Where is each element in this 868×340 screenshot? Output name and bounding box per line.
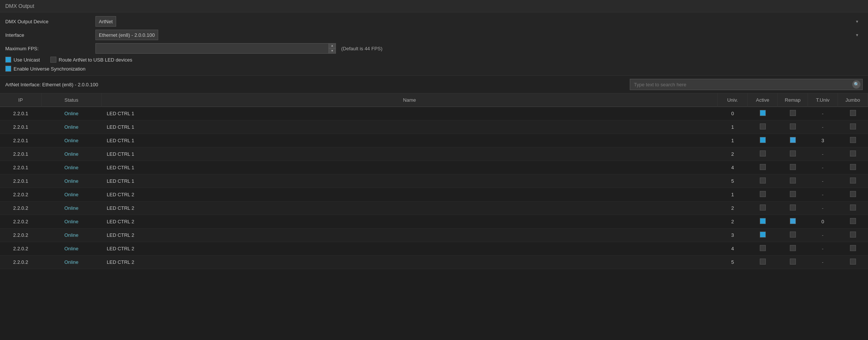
cell-jumbo[interactable] (838, 107, 868, 120)
cell-active[interactable] (748, 202, 778, 215)
jumbo-checkbox[interactable] (850, 110, 856, 116)
active-checkbox[interactable] (760, 110, 766, 116)
jumbo-checkbox[interactable] (850, 259, 856, 265)
remap-checkbox[interactable] (790, 150, 796, 156)
cell-active[interactable] (748, 215, 778, 229)
cell-remap[interactable] (778, 202, 808, 215)
cell-remap[interactable] (778, 175, 808, 188)
cell-jumbo[interactable] (838, 147, 868, 161)
cell-remap[interactable] (778, 120, 808, 134)
jumbo-checkbox[interactable] (850, 137, 856, 143)
remap-checkbox[interactable] (790, 137, 796, 143)
cell-jumbo[interactable] (838, 188, 868, 202)
cell-univ: 4 (718, 161, 748, 175)
cell-jumbo[interactable] (838, 120, 868, 134)
jumbo-checkbox[interactable] (850, 218, 856, 224)
cell-jumbo[interactable] (838, 215, 868, 229)
device-select[interactable]: ArtNet (95, 16, 116, 27)
remap-checkbox[interactable] (790, 191, 796, 197)
active-checkbox[interactable] (760, 150, 766, 156)
jumbo-checkbox[interactable] (850, 178, 856, 184)
table-row: 2.2.0.2OnlineLED CTRL 22- (0, 202, 868, 215)
cell-active[interactable] (748, 134, 778, 147)
active-checkbox[interactable] (760, 205, 766, 211)
cell-jumbo[interactable] (838, 256, 868, 269)
cell-jumbo[interactable] (838, 161, 868, 175)
active-checkbox[interactable] (760, 191, 766, 197)
cell-jumbo[interactable] (838, 175, 868, 188)
remap-checkbox[interactable] (790, 232, 796, 238)
cell-remap[interactable] (778, 242, 808, 256)
cell-active[interactable] (748, 147, 778, 161)
route-artnet-item[interactable]: Route ArtNet to USB LED devices (50, 57, 132, 63)
active-checkbox[interactable] (760, 245, 766, 251)
cell-remap[interactable] (778, 134, 808, 147)
cell-remap[interactable] (778, 215, 808, 229)
cell-active[interactable] (748, 107, 778, 120)
fps-down-arrow[interactable]: ▼ (328, 48, 336, 54)
search-input[interactable] (630, 79, 863, 90)
cell-univ: 3 (718, 229, 748, 242)
cell-active[interactable] (748, 120, 778, 134)
active-checkbox[interactable] (760, 137, 766, 143)
remap-checkbox[interactable] (790, 259, 796, 265)
cell-ip: 2.2.0.1 (0, 175, 41, 188)
jumbo-checkbox[interactable] (850, 164, 856, 170)
remap-checkbox[interactable] (790, 205, 796, 211)
active-checkbox[interactable] (760, 178, 766, 184)
cell-univ: 2 (718, 147, 748, 161)
active-checkbox[interactable] (760, 232, 766, 238)
cell-univ: 5 (718, 256, 748, 269)
remap-checkbox[interactable] (790, 110, 796, 116)
cell-remap[interactable] (778, 147, 808, 161)
table-container: IP Status Name Univ. Active Remap T.Univ… (0, 93, 868, 269)
fps-up-arrow[interactable]: ▲ (328, 43, 336, 48)
active-checkbox[interactable] (760, 259, 766, 265)
cell-active[interactable] (748, 175, 778, 188)
cell-remap[interactable] (778, 256, 808, 269)
jumbo-checkbox[interactable] (850, 205, 856, 211)
remap-checkbox[interactable] (790, 245, 796, 251)
interface-select[interactable]: Ethernet (en8) - 2.0.0.100 (95, 30, 158, 40)
remap-checkbox[interactable] (790, 178, 796, 184)
cell-active[interactable] (748, 242, 778, 256)
cell-jumbo[interactable] (838, 202, 868, 215)
search-button[interactable]: 🔍 (852, 80, 860, 89)
jumbo-checkbox[interactable] (850, 150, 856, 156)
fps-row: Maximum FPS: 44 ▲ ▼ (Default is 44 FPS) (5, 43, 863, 54)
table-row: 2.2.0.1OnlineLED CTRL 12- (0, 147, 868, 161)
cell-remap[interactable] (778, 188, 808, 202)
cell-univ: 2 (718, 202, 748, 215)
cell-active[interactable] (748, 161, 778, 175)
cell-active[interactable] (748, 188, 778, 202)
cell-remap[interactable] (778, 229, 808, 242)
cell-jumbo[interactable] (838, 242, 868, 256)
cell-ip: 2.2.0.2 (0, 215, 41, 229)
remap-checkbox[interactable] (790, 218, 796, 224)
route-artnet-checkbox[interactable] (50, 57, 56, 63)
jumbo-checkbox[interactable] (850, 123, 856, 129)
jumbo-checkbox[interactable] (850, 232, 856, 238)
cell-name: LED CTRL 2 (101, 229, 718, 242)
jumbo-checkbox[interactable] (850, 191, 856, 197)
enable-universe-item[interactable]: Enable Universe Synchronization (5, 66, 86, 72)
cell-active[interactable] (748, 229, 778, 242)
cell-name: LED CTRL 1 (101, 175, 718, 188)
cell-status: Online (41, 229, 101, 242)
cell-ip: 2.2.0.1 (0, 161, 41, 175)
enable-universe-checkbox[interactable] (5, 66, 11, 72)
cell-jumbo[interactable] (838, 229, 868, 242)
cell-remap[interactable] (778, 107, 808, 120)
active-checkbox[interactable] (760, 164, 766, 170)
use-unicast-item[interactable]: Use Unicast (5, 57, 40, 63)
cell-active[interactable] (748, 256, 778, 269)
remap-checkbox[interactable] (790, 164, 796, 170)
cell-jumbo[interactable] (838, 134, 868, 147)
fps-input[interactable]: 44 (95, 43, 336, 54)
cell-remap[interactable] (778, 161, 808, 175)
active-checkbox[interactable] (760, 123, 766, 129)
active-checkbox[interactable] (760, 218, 766, 224)
jumbo-checkbox[interactable] (850, 245, 856, 251)
use-unicast-checkbox[interactable] (5, 57, 11, 63)
remap-checkbox[interactable] (790, 123, 796, 129)
